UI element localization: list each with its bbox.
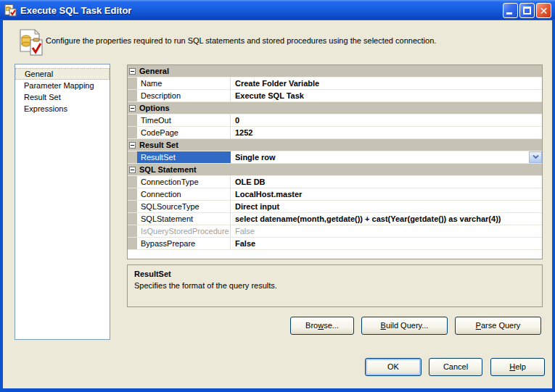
parse-query-button[interactable]: Parse Query xyxy=(455,317,541,335)
execute-sql-task-editor-dialog: Execute SQL Task Editor ✕ Configure the … xyxy=(0,0,555,392)
close-button[interactable]: ✕ xyxy=(536,3,551,18)
task-document-icon xyxy=(4,4,17,17)
help-property-title: ResultSet xyxy=(134,270,535,278)
minimize-icon xyxy=(506,12,512,14)
property-row-name[interactable]: Name Create Folder Variable xyxy=(128,78,542,90)
nav-item-parameter-mapping[interactable]: Parameter Mapping xyxy=(15,80,110,91)
property-row-sqlsourcetype[interactable]: SQLSourceType Direct input xyxy=(128,201,542,213)
collapse-icon[interactable] xyxy=(129,167,136,173)
property-name[interactable]: Connection xyxy=(137,188,231,200)
property-name[interactable]: SQLSourceType xyxy=(137,201,231,212)
property-row-bypassprepare[interactable]: BypassPrepare False xyxy=(128,238,542,250)
category-row-sql-statement[interactable]: SQL Statement xyxy=(128,164,542,176)
page-list: General Parameter Mapping Result Set Exp… xyxy=(15,64,110,340)
collapse-icon[interactable] xyxy=(129,68,136,75)
minimize-button[interactable] xyxy=(503,3,518,18)
property-name[interactable]: CodePage xyxy=(137,127,231,138)
property-value[interactable]: Create Folder Variable xyxy=(231,78,542,89)
nav-item-expressions[interactable]: Expressions xyxy=(15,103,110,114)
help-button[interactable]: Help xyxy=(490,358,545,376)
sql-task-banner-icon xyxy=(18,28,46,57)
property-row-description[interactable]: Description Execute SQL Task xyxy=(128,90,542,102)
property-row-codepage[interactable]: CodePage 1252 xyxy=(128,127,542,139)
chevron-down-icon xyxy=(533,155,539,159)
close-icon: ✕ xyxy=(537,4,551,17)
window-title: Execute SQL Task Editor xyxy=(20,5,131,16)
dialog-body: Configure the properties required to run… xyxy=(3,20,552,388)
property-name: IsQueryStoredProcedure xyxy=(137,225,231,237)
property-name[interactable]: ResultSet xyxy=(137,151,231,163)
property-value[interactable]: 1252 xyxy=(231,127,542,138)
property-name[interactable]: SQLStatement xyxy=(137,213,231,225)
property-name[interactable]: Description xyxy=(137,90,231,101)
property-value[interactable]: 0 xyxy=(231,114,542,126)
property-row-isquerystoredprocedure[interactable]: IsQueryStoredProcedure False xyxy=(128,225,542,238)
property-row-connectiontype[interactable]: ConnectionType OLE DB xyxy=(128,176,542,188)
property-help-panel: ResultSet Specifies the format of the qu… xyxy=(127,264,543,307)
maximize-button[interactable] xyxy=(519,3,535,18)
property-value[interactable]: LocalHost.master xyxy=(231,188,542,200)
collapse-icon[interactable] xyxy=(129,105,136,112)
property-row-sqlstatement[interactable]: SQLStatement select datename(month,getda… xyxy=(128,213,542,225)
cancel-button[interactable]: Cancel xyxy=(429,358,482,376)
dialog-description: Configure the properties required to run… xyxy=(46,36,496,45)
nav-item-result-set[interactable]: Result Set xyxy=(15,91,110,103)
category-row-result-set[interactable]: Result Set xyxy=(128,139,542,151)
property-row-resultset[interactable]: ResultSet Single row xyxy=(128,151,542,164)
property-row-connection[interactable]: Connection LocalHost.master xyxy=(128,188,542,201)
property-name[interactable]: BypassPrepare xyxy=(137,238,231,249)
property-value: False xyxy=(231,225,542,237)
property-grid: General Name Create Folder Variable Desc… xyxy=(127,64,543,259)
property-row-timeout[interactable]: TimeOut 0 xyxy=(128,114,542,127)
property-name[interactable]: Name xyxy=(137,78,231,89)
property-value[interactable]: Single row xyxy=(231,151,542,163)
category-label: Result Set xyxy=(136,141,178,149)
property-name[interactable]: ConnectionType xyxy=(137,176,231,188)
category-label: SQL Statement xyxy=(136,165,197,174)
property-value[interactable]: select datename(month,getdate()) + cast(… xyxy=(231,213,542,225)
maximize-icon xyxy=(523,7,531,14)
property-value[interactable]: OLE DB xyxy=(231,176,542,188)
collapse-icon[interactable] xyxy=(129,142,136,149)
property-name[interactable]: TimeOut xyxy=(137,114,231,126)
category-row-options[interactable]: Options xyxy=(128,102,542,114)
nav-item-general[interactable]: General xyxy=(15,68,110,80)
ok-button[interactable]: OK xyxy=(365,358,422,376)
category-row-general[interactable]: General xyxy=(128,65,542,78)
category-label: Options xyxy=(136,104,170,112)
category-label: General xyxy=(136,67,169,75)
property-value[interactable]: Direct input xyxy=(231,201,542,212)
property-value[interactable]: Execute SQL Task xyxy=(231,90,542,101)
title-bar[interactable]: Execute SQL Task Editor ✕ xyxy=(0,0,555,20)
help-property-text: Specifies the format of the query result… xyxy=(134,281,535,290)
property-value[interactable]: False xyxy=(231,238,542,249)
build-query-button[interactable]: Build Query... xyxy=(361,317,448,335)
dropdown-button[interactable] xyxy=(529,151,542,163)
property-value-text: Single row xyxy=(235,153,276,162)
browse-button[interactable]: Browse... xyxy=(290,317,354,335)
